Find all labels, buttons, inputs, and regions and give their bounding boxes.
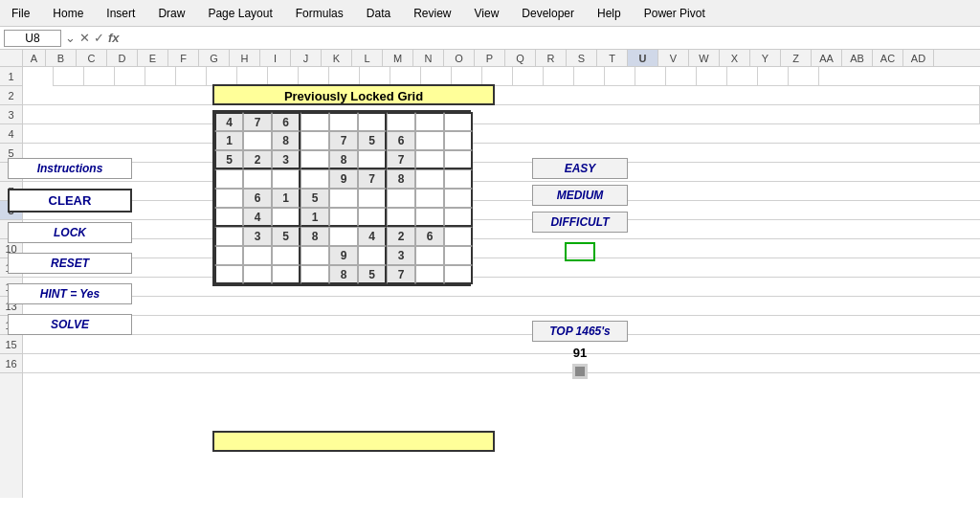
difficult-button[interactable]: DIFFICULT xyxy=(532,212,628,233)
col-header-r[interactable]: R xyxy=(536,50,567,66)
sudoku-cell-6-1[interactable]: 3 xyxy=(243,227,272,246)
bottom-input-bar[interactable] xyxy=(212,431,495,452)
sudoku-cell-6-5[interactable]: 4 xyxy=(358,227,387,246)
sudoku-cell-0-5[interactable] xyxy=(358,112,387,131)
sudoku-cell-7-8[interactable] xyxy=(444,246,473,265)
sudoku-cell-4-1[interactable]: 6 xyxy=(243,189,272,208)
col-header-ac[interactable]: AC xyxy=(873,50,903,66)
sudoku-cell-0-4[interactable] xyxy=(329,112,358,131)
sudoku-cell-4-0[interactable] xyxy=(214,189,243,208)
sudoku-cell-0-7[interactable] xyxy=(415,112,444,131)
cell-c1[interactable] xyxy=(84,67,115,86)
cell-d1[interactable] xyxy=(115,67,145,86)
sudoku-cell-1-4[interactable]: 7 xyxy=(329,131,358,150)
cell-f1[interactable] xyxy=(176,67,207,86)
sudoku-cell-6-4[interactable] xyxy=(329,227,358,246)
sudoku-cell-3-2[interactable] xyxy=(272,169,301,189)
clear-button[interactable]: CLEAR xyxy=(8,189,132,213)
sudoku-cell-0-8[interactable] xyxy=(444,112,473,131)
sudoku-cell-2-8[interactable] xyxy=(444,150,473,169)
cell-k1[interactable] xyxy=(329,67,360,86)
sudoku-cell-6-3[interactable]: 8 xyxy=(301,227,329,246)
menu-view[interactable]: View xyxy=(471,5,503,22)
cell-t1[interactable] xyxy=(605,67,635,86)
cell-o1[interactable] xyxy=(452,67,482,86)
sudoku-cell-6-7[interactable]: 6 xyxy=(415,227,444,246)
col-header-t[interactable]: T xyxy=(597,50,628,66)
sudoku-cell-0-3[interactable] xyxy=(301,112,329,131)
function-icon[interactable]: fx xyxy=(108,31,120,45)
sudoku-cell-0-2[interactable]: 6 xyxy=(272,112,301,131)
cell-v1[interactable] xyxy=(666,67,697,86)
sudoku-cell-5-4[interactable] xyxy=(329,208,358,227)
medium-button[interactable]: MEDIUM xyxy=(532,185,628,206)
col-header-d[interactable]: D xyxy=(107,50,138,66)
sudoku-cell-4-5[interactable] xyxy=(358,189,387,208)
cell-a1[interactable] xyxy=(23,67,54,86)
sudoku-cell-5-0[interactable] xyxy=(214,208,243,227)
instructions-button[interactable]: Instructions xyxy=(8,158,132,179)
sudoku-cell-8-2[interactable] xyxy=(272,265,301,284)
col-header-m[interactable]: M xyxy=(383,50,413,66)
sudoku-cell-3-8[interactable] xyxy=(444,169,473,189)
sudoku-cell-2-5[interactable] xyxy=(358,150,387,169)
sudoku-cell-3-7[interactable] xyxy=(415,169,444,189)
reset-button[interactable]: RESET xyxy=(8,253,132,274)
col-header-aa[interactable]: AA xyxy=(812,50,842,66)
sudoku-cell-1-2[interactable]: 8 xyxy=(272,131,301,150)
hint-button[interactable]: HINT = Yes xyxy=(8,283,132,304)
menu-insert[interactable]: Insert xyxy=(102,5,139,22)
col-header-l[interactable]: L xyxy=(352,50,383,66)
col-header-i[interactable]: I xyxy=(260,50,291,66)
col-header-k[interactable]: K xyxy=(322,50,352,66)
cell-z1[interactable] xyxy=(789,67,819,86)
menu-review[interactable]: Review xyxy=(410,5,455,22)
confirm-icon[interactable]: ✓ xyxy=(94,31,104,45)
sudoku-cell-1-1[interactable] xyxy=(243,131,272,150)
sudoku-cell-2-0[interactable]: 5 xyxy=(214,150,243,169)
sudoku-cell-5-8[interactable] xyxy=(444,208,473,227)
sudoku-cell-8-6[interactable]: 7 xyxy=(387,265,415,284)
col-header-e[interactable]: E xyxy=(138,50,168,66)
row-header-15[interactable]: 15 xyxy=(0,335,22,354)
cell-u1[interactable] xyxy=(635,67,666,86)
cell-e1[interactable] xyxy=(145,67,176,86)
sudoku-cell-3-1[interactable] xyxy=(243,169,272,189)
sudoku-cell-5-6[interactable] xyxy=(387,208,415,227)
sudoku-cell-5-2[interactable] xyxy=(272,208,301,227)
row-header-1[interactable]: 1 xyxy=(0,67,22,86)
col-header-f[interactable]: F xyxy=(168,50,199,66)
sudoku-cell-2-1[interactable]: 2 xyxy=(243,150,272,169)
sudoku-cell-1-3[interactable] xyxy=(301,131,329,150)
sudoku-cell-2-3[interactable] xyxy=(301,150,329,169)
sudoku-cell-7-7[interactable] xyxy=(415,246,444,265)
sudoku-cell-6-0[interactable] xyxy=(214,227,243,246)
sudoku-cell-0-1[interactable]: 7 xyxy=(243,112,272,131)
sudoku-cell-3-3[interactable] xyxy=(301,169,329,189)
sudoku-cell-4-6[interactable] xyxy=(387,189,415,208)
col-header-w[interactable]: W xyxy=(689,50,720,66)
col-header-n[interactable]: N xyxy=(413,50,444,66)
sudoku-cell-6-6[interactable]: 2 xyxy=(387,227,415,246)
sudoku-cell-4-3[interactable]: 5 xyxy=(301,189,329,208)
col-header-u[interactable]: U xyxy=(628,50,658,66)
sudoku-grid[interactable]: 47618756523879786154135842693857 xyxy=(212,110,471,286)
easy-button[interactable]: EASY xyxy=(532,158,628,179)
cell-g1[interactable] xyxy=(207,67,237,86)
col-header-ad[interactable]: AD xyxy=(903,50,934,66)
cell-s1[interactable] xyxy=(574,67,605,86)
menu-draw[interactable]: Draw xyxy=(154,5,189,22)
sudoku-cell-8-4[interactable]: 8 xyxy=(329,265,358,284)
lock-button[interactable]: LOCK xyxy=(8,222,132,243)
sudoku-cell-4-8[interactable] xyxy=(444,189,473,208)
sudoku-cell-4-7[interactable] xyxy=(415,189,444,208)
sudoku-cell-7-1[interactable] xyxy=(243,246,272,265)
menu-home[interactable]: Home xyxy=(49,5,87,22)
sudoku-cell-0-0[interactable]: 4 xyxy=(214,112,243,131)
col-header-y[interactable]: Y xyxy=(750,50,781,66)
cell-w1[interactable] xyxy=(697,67,727,86)
menu-powerpivot[interactable]: Power Pivot xyxy=(640,5,709,22)
sudoku-cell-4-4[interactable] xyxy=(329,189,358,208)
col-header-h[interactable]: H xyxy=(230,50,260,66)
sudoku-cell-8-3[interactable] xyxy=(301,265,329,284)
